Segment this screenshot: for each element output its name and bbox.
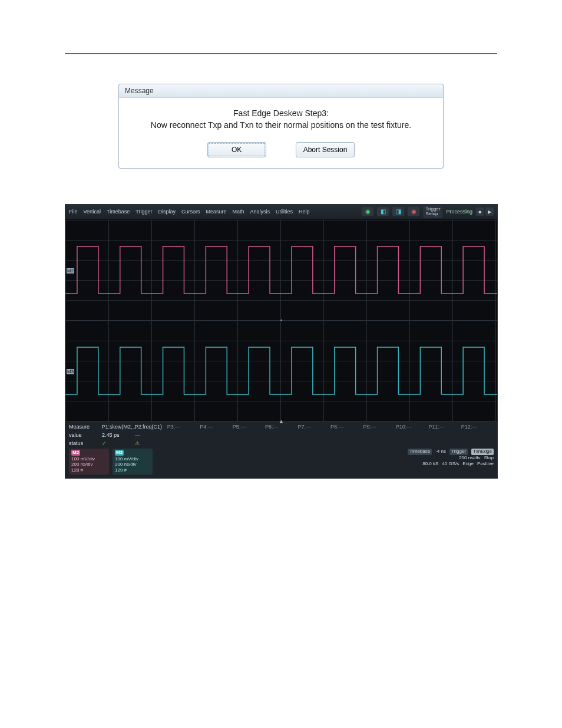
p7-name: P7:--- — [298, 424, 330, 430]
p9-name: P9:--- — [363, 424, 395, 430]
channel-tag-m3: M3 — [115, 450, 124, 456]
p8-name: P8:--- — [330, 424, 363, 430]
m2-vdiv: 100 mV/div — [71, 456, 95, 462]
trigger-setup-button[interactable]: Trigger Setup — [423, 206, 442, 219]
top-rule — [65, 53, 497, 54]
menu-analysis[interactable]: Analysis — [250, 209, 270, 215]
trace-m2-svg — [65, 220, 497, 320]
run-state: Stop — [484, 455, 494, 461]
dialog-titlebar: Message — [118, 84, 444, 97]
menu-cursors[interactable]: Cursors — [181, 209, 200, 215]
menu-file[interactable]: File — [69, 209, 78, 215]
trigger-label: Trigger — [449, 449, 468, 454]
sample-rate: 40 GS/s — [442, 461, 459, 467]
toolbar-icon-1[interactable]: ◉ — [362, 207, 373, 216]
trigger-mode: Edge — [462, 461, 474, 467]
scope-menubar: File Vertical Timebase Trigger Display C… — [65, 205, 497, 220]
record-length: 80.0 kS — [422, 461, 438, 467]
trace-m3-svg — [65, 321, 497, 421]
p12-name: P12:--- — [461, 424, 494, 430]
processing-indicator: Processing — [446, 209, 472, 215]
menu-timebase[interactable]: Timebase — [107, 209, 130, 215]
abort-session-button[interactable]: Abort Session — [296, 142, 355, 157]
m2-tdiv: 200 ns/div — [71, 462, 92, 467]
menu-help[interactable]: Help — [299, 209, 310, 215]
waveform-top-m2: M2 ▲ — [65, 220, 497, 321]
p10-name: P10:--- — [396, 424, 428, 430]
p4-name: P4:--- — [200, 424, 232, 430]
menu-display[interactable]: Display — [158, 209, 176, 215]
toolbar-icon-4[interactable]: ◉ — [408, 207, 419, 216]
p6-name: P6:--- — [265, 424, 297, 430]
timebase-trigger-info: Timebase -4 ns Trigger TxnEdge 200 ns/di… — [408, 449, 494, 467]
menu-measure[interactable]: Measure — [206, 209, 226, 215]
p2-name: P2:freq(C1) — [134, 424, 167, 430]
waveform-bottom-m3: M3 ▲ — [65, 321, 497, 421]
m3-tdiv: 200 ns/div — [115, 462, 136, 467]
stop-button[interactable]: ■ — [476, 207, 484, 216]
p3-name: P3:--- — [167, 424, 200, 430]
message-dialog: Message Fast Edge Deskew Step3: Now reco… — [118, 84, 444, 169]
p2-status-icon: ⚠ — [135, 440, 168, 446]
scope-footer: Measure P1:skew(M2,... P2:freq(C1) P3:--… — [65, 421, 497, 477]
measure-row-header: Measure — [69, 424, 101, 430]
dialog-message: Fast Edge Deskew Step3: Now reconnect Tx… — [131, 107, 431, 131]
timebase-value: -4 ns — [435, 449, 446, 454]
dialog-body: Fast Edge Deskew Step3: Now reconnect Tx… — [118, 97, 444, 169]
channel-button-m2[interactable]: M2 100 mV/div 200 ns/div 128 # — [69, 449, 109, 474]
run-button[interactable]: ▶ — [485, 207, 494, 216]
oscilloscope-screenshot: File Vertical Timebase Trigger Display C… — [65, 204, 498, 479]
tb-per-div: 200 ns/div — [459, 455, 480, 461]
p2-value: --- — [135, 432, 168, 438]
menu-trigger[interactable]: Trigger — [135, 209, 152, 215]
channel-button-m3[interactable]: M3 100 mV/div 200 ns/div 129 # — [113, 449, 153, 474]
p1-name: P1:skew(M2,... — [101, 424, 134, 430]
m2-count: 128 # — [71, 467, 83, 473]
toolbar-icon-2[interactable]: ◧ — [377, 207, 389, 216]
p11-name: P11:--- — [428, 424, 461, 430]
trace-m2 — [65, 246, 497, 294]
trigger-badge: TxnEdge — [471, 449, 494, 454]
m3-vdiv: 100 mV/div — [115, 456, 138, 462]
p1-value: 2.45 ps — [102, 432, 135, 438]
p5-name: P5:--- — [233, 424, 265, 430]
trigger-slope: Positive — [477, 461, 494, 467]
trigger-setup-line2: Setup — [425, 211, 438, 216]
ok-button[interactable]: OK — [207, 142, 266, 157]
p1-status-icon: ✓ — [102, 440, 135, 446]
value-row-header: value — [69, 432, 102, 438]
menu-utilities[interactable]: Utilities — [276, 209, 293, 215]
trace-m3 — [65, 347, 497, 394]
dialog-message-line2: Now reconnect Txp and Txn to their norma… — [151, 120, 411, 130]
time-zero-marker-bottom: ▲ — [279, 418, 285, 424]
menu-vertical[interactable]: Vertical — [84, 209, 101, 215]
timebase-label: Timebase — [408, 449, 432, 454]
menu-math[interactable]: Math — [232, 209, 244, 215]
channel-tag-m2: M2 — [71, 450, 80, 456]
status-row-header: status — [69, 440, 102, 446]
toolbar-icon-3[interactable]: ◨ — [392, 207, 404, 216]
trigger-setup-line1: Trigger — [425, 206, 440, 212]
m3-count: 129 # — [115, 467, 127, 473]
dialog-message-line1: Fast Edge Deskew Step3: — [233, 108, 329, 118]
